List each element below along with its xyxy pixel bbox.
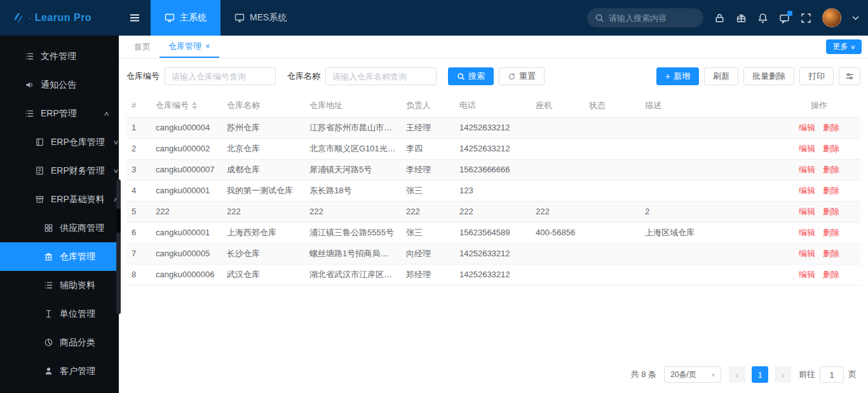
delete-link[interactable]: 删除: [823, 249, 839, 258]
sidebar-item-supplier[interactable]: 供应商管理: [0, 214, 119, 242]
warehouse-name-label: 仓库名称: [287, 71, 320, 82]
col-landline: 座机: [531, 94, 584, 117]
menu-toggle-button[interactable]: [119, 0, 151, 36]
tab-home[interactable]: 首页: [125, 36, 159, 58]
message-icon[interactable]: [779, 13, 790, 24]
sidebar-item-warehouse[interactable]: 仓库管理: [0, 242, 119, 271]
cell-landline: [531, 117, 584, 138]
more-button[interactable]: 更多 ∨: [826, 39, 862, 54]
cell-phone: 14252633212: [454, 243, 531, 264]
cell-phone: 222: [454, 201, 531, 222]
sort-icon[interactable]: [192, 102, 197, 109]
page-number-button[interactable]: 1: [752, 366, 768, 383]
edit-link[interactable]: 编辑: [799, 228, 815, 237]
sidebar-item-auxiliary[interactable]: 辅助资料: [0, 271, 119, 300]
sidebar-item-customer[interactable]: 客户管理: [0, 357, 119, 385]
cell-landline: [531, 180, 584, 201]
sidebar-item-label: 文件管理: [41, 51, 76, 62]
sidebar-item-notice[interactable]: 通知公告: [0, 71, 119, 99]
sidebar-item-unit[interactable]: 单位管理: [0, 300, 119, 328]
ledger-icon: [34, 166, 44, 176]
chevron-down-icon: ∨: [850, 44, 856, 50]
sidebar-item-erp-warehouse[interactable]: ERP仓库管理 ∨: [0, 128, 119, 156]
goto-label: 前往: [799, 369, 815, 380]
delete-link[interactable]: 删除: [823, 207, 839, 216]
total-count: 共 8 条: [631, 369, 656, 380]
user-menu-chevron-icon[interactable]: [852, 16, 859, 20]
cell-code: cangku0000006: [151, 264, 222, 285]
cell-landline: [531, 264, 584, 285]
batch-delete-label: 批量删除: [752, 71, 785, 82]
delete-link[interactable]: 删除: [823, 270, 839, 279]
nav-main-system[interactable]: 主系统: [151, 0, 220, 36]
delete-link[interactable]: 删除: [823, 165, 839, 174]
table-row: 7 cangku000005 长沙仓库 螺丝塘路1号招商局物流... 向经理 1…: [126, 243, 860, 264]
edit-link[interactable]: 编辑: [799, 207, 815, 216]
edit-link[interactable]: 编辑: [799, 165, 815, 174]
cell-manager: 张三: [401, 180, 454, 201]
cell-landline: [531, 138, 584, 159]
sidebar-item-erp-basedata[interactable]: ERP基础资料 ∧: [0, 185, 119, 214]
table-header-row: # 仓库编号 仓库名称 仓库地址 负责人 电话 座机 状态 描述 操作: [126, 94, 860, 117]
delete-link[interactable]: 删除: [823, 123, 839, 132]
fullscreen-icon[interactable]: [801, 13, 811, 24]
sidebar-item-erp[interactable]: ERP管理 ∧: [0, 99, 119, 128]
delete-link[interactable]: 删除: [823, 228, 839, 237]
cell-index: 5: [126, 201, 151, 222]
header-search-input[interactable]: [609, 13, 691, 23]
cell-manager: 郑经理: [401, 264, 454, 285]
sidebar-item-label: 商品分类: [60, 337, 95, 348]
page-size-select[interactable]: 20条/页 ▾: [664, 366, 721, 383]
lock-icon[interactable]: [714, 13, 725, 24]
col-code[interactable]: 仓库编号: [151, 94, 222, 117]
reset-icon: [508, 72, 516, 81]
print-label: 打印: [808, 71, 825, 82]
tab-warehouse-management[interactable]: 仓库管理 ×: [159, 36, 219, 58]
edit-link[interactable]: 编辑: [799, 249, 815, 258]
search-button[interactable]: 搜索: [448, 67, 494, 85]
cell-desc: 上海区域仓库: [640, 222, 778, 243]
edit-link[interactable]: 编辑: [799, 144, 815, 153]
cell-phone: 14252633212: [454, 117, 531, 138]
close-icon[interactable]: ×: [205, 42, 210, 50]
delete-link[interactable]: 删除: [823, 186, 839, 195]
refresh-label: 刷新: [713, 71, 729, 82]
refresh-button[interactable]: 刷新: [704, 67, 738, 85]
warehouse-name-input[interactable]: [325, 67, 437, 85]
column-settings-button[interactable]: [839, 67, 860, 85]
cell-manager: 222: [401, 201, 454, 222]
avatar[interactable]: [822, 8, 841, 27]
col-name: 仓库名称: [222, 94, 304, 117]
sidebar-item-label: 辅助资料: [60, 280, 95, 291]
sidebar-scrollbar-thumb[interactable]: [116, 209, 121, 233]
add-button[interactable]: + 新增: [656, 67, 699, 85]
theme-icon[interactable]: [736, 13, 747, 24]
sidebar-scrollbar-track[interactable]: [116, 179, 121, 314]
reset-button[interactable]: 重置: [499, 67, 545, 85]
sidebar-item-erp-finance[interactable]: ERP财务管理 ∨: [0, 156, 119, 185]
next-page-button[interactable]: ›: [775, 366, 791, 383]
edit-link[interactable]: 编辑: [799, 270, 815, 279]
cell-code: cangku000001: [151, 222, 222, 243]
logo-text: Learun Pro: [35, 12, 92, 24]
cell-status: [584, 180, 640, 201]
sidebar-item-category[interactable]: 商品分类: [0, 328, 119, 357]
column-settings-icon: [845, 72, 854, 81]
warehouse-code-input[interactable]: [165, 67, 276, 85]
batch-delete-button[interactable]: 批量删除: [743, 67, 794, 85]
pager: ‹ 1 ›: [729, 366, 791, 383]
cell-phone: 15623666666: [454, 159, 531, 180]
cell-landline: [531, 243, 584, 264]
text-cursor-icon: [43, 309, 53, 319]
cell-status: [584, 243, 640, 264]
goto-page-input[interactable]: [820, 366, 844, 383]
sidebar-item-file-management[interactable]: 文件管理: [0, 42, 119, 71]
edit-link[interactable]: 编辑: [799, 123, 815, 132]
delete-link[interactable]: 删除: [823, 144, 839, 153]
prev-page-button[interactable]: ‹: [729, 366, 745, 383]
nav-mes-system[interactable]: MES系统: [220, 0, 301, 36]
cell-address: 浦江镇三鲁公路5555号: [304, 222, 401, 243]
print-button[interactable]: 打印: [799, 67, 834, 85]
edit-link[interactable]: 编辑: [799, 186, 815, 195]
bell-icon[interactable]: [757, 13, 768, 24]
